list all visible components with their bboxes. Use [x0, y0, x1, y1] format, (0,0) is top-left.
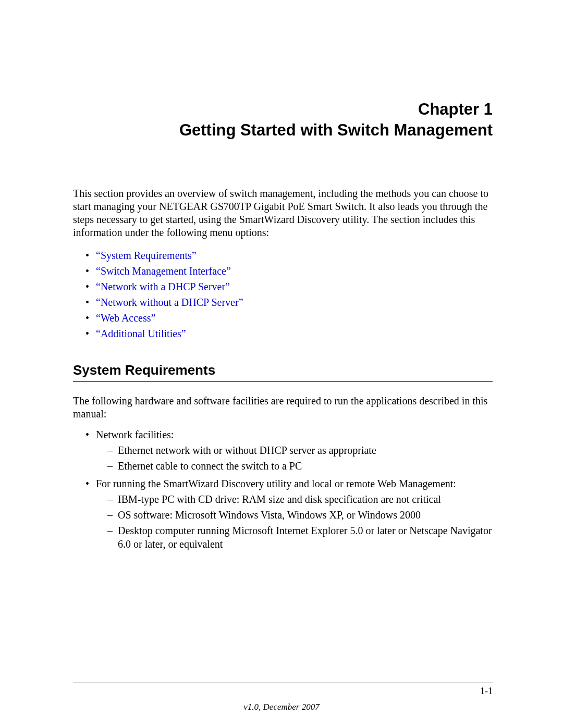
sublist-item: Desktop computer running Microsoft Inter…: [107, 524, 493, 551]
list-item: Network facilities: Ethernet network wit…: [85, 428, 493, 473]
toc-link-web-access[interactable]: “Web Access”: [96, 312, 155, 324]
sublist-item: IBM-type PC with CD drive: RAM size and …: [107, 492, 493, 506]
toc-item: “Switch Management Interface”: [85, 263, 493, 279]
sublist: Ethernet network with or without DHCP se…: [96, 443, 493, 473]
footer-rule: [73, 683, 493, 683]
toc-link-network-with-dhcp[interactable]: “Network with a DHCP Server”: [96, 281, 230, 292]
requirements-list: Network facilities: Ethernet network wit…: [73, 428, 493, 551]
sublist-item: Ethernet cable to connect the switch to …: [107, 459, 493, 473]
toc-item: “Network without a DHCP Server”: [85, 294, 493, 310]
toc-item: “Additional Utilities”: [85, 326, 493, 341]
toc-link-switch-management-interface[interactable]: “Switch Management Interface”: [96, 265, 231, 277]
toc-list: “System Requirements” “Switch Management…: [73, 248, 493, 341]
list-item-label: Network facilities:: [96, 429, 174, 440]
list-item: For running the SmartWizard Discovery ut…: [85, 477, 493, 551]
toc-item: “System Requirements”: [85, 248, 493, 263]
list-item-label: For running the SmartWizard Discovery ut…: [96, 478, 456, 489]
toc-link-additional-utilities[interactable]: “Additional Utilities”: [96, 328, 186, 339]
page-number: 1-1: [480, 686, 493, 697]
chapter-heading: Chapter 1 Getting Started with Switch Ma…: [73, 99, 493, 141]
chapter-title: Getting Started with Switch Management: [73, 120, 493, 141]
intro-paragraph: This section provides an overview of swi…: [73, 187, 493, 239]
toc-link-network-without-dhcp[interactable]: “Network without a DHCP Server”: [96, 297, 243, 308]
document-page: Chapter 1 Getting Started with Switch Ma…: [0, 0, 563, 551]
sublist-item: OS software: Microsoft Windows Vista, Wi…: [107, 508, 493, 522]
chapter-number: Chapter 1: [73, 99, 493, 120]
toc-link-system-requirements[interactable]: “System Requirements”: [96, 250, 197, 261]
sublist: IBM-type PC with CD drive: RAM size and …: [96, 492, 493, 551]
toc-item: “Network with a DHCP Server”: [85, 279, 493, 294]
toc-item: “Web Access”: [85, 310, 493, 326]
section-intro: The following hardware and software faci…: [73, 394, 493, 421]
section-heading-system-requirements: System Requirements: [73, 362, 493, 382]
footer-version: v1.0, December 2007: [0, 702, 563, 712]
sublist-item: Ethernet network with or without DHCP se…: [107, 443, 493, 457]
